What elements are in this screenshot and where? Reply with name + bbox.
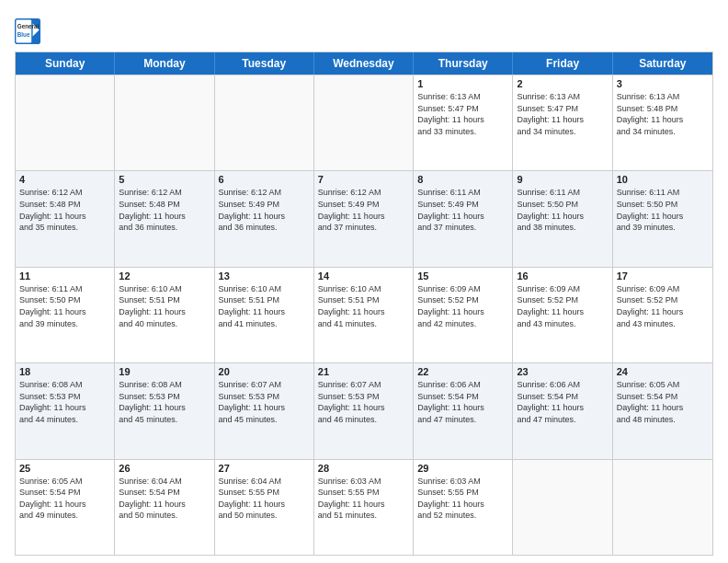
day-number: 6 <box>219 174 310 185</box>
day-info: Sunrise: 6:08 AMSunset: 5:53 PMDaylight:… <box>19 379 110 425</box>
day-info: Sunrise: 6:04 AMSunset: 5:55 PMDaylight:… <box>219 476 310 522</box>
calendar-header: SundayMondayTuesdayWednesdayThursdayFrid… <box>16 52 712 75</box>
day-info: Sunrise: 6:09 AMSunset: 5:52 PMDaylight:… <box>417 283 508 329</box>
day-number: 4 <box>19 174 110 185</box>
empty-cell <box>613 460 712 555</box>
day-info: Sunrise: 6:11 AMSunset: 5:49 PMDaylight:… <box>417 187 508 233</box>
day-number: 21 <box>318 366 409 377</box>
day-number: 26 <box>119 463 210 474</box>
logo: General Blue <box>15 18 44 44</box>
calendar-day: 2Sunrise: 6:13 AMSunset: 5:47 PMDaylight… <box>513 75 612 170</box>
day-info: Sunrise: 6:13 AMSunset: 5:48 PMDaylight:… <box>617 91 709 137</box>
day-info: Sunrise: 6:03 AMSunset: 5:55 PMDaylight:… <box>417 476 508 522</box>
calendar-day: 11Sunrise: 6:11 AMSunset: 5:50 PMDayligh… <box>16 268 115 362</box>
calendar-day: 23Sunrise: 6:06 AMSunset: 5:54 PMDayligh… <box>513 363 612 458</box>
header: General Blue <box>15 15 713 44</box>
day-info: Sunrise: 6:03 AMSunset: 5:55 PMDaylight:… <box>318 476 409 522</box>
day-number: 29 <box>417 463 508 474</box>
calendar-day: 26Sunrise: 6:04 AMSunset: 5:54 PMDayligh… <box>115 460 214 555</box>
day-number: 14 <box>318 270 409 282</box>
page: General Blue SundayMondayTuesdayWednesda… <box>0 0 728 563</box>
calendar-day: 17Sunrise: 6:09 AMSunset: 5:52 PMDayligh… <box>613 268 712 362</box>
calendar-day: 18Sunrise: 6:08 AMSunset: 5:53 PMDayligh… <box>16 363 115 458</box>
calendar-day: 21Sunrise: 6:07 AMSunset: 5:53 PMDayligh… <box>314 363 414 458</box>
calendar-day: 1Sunrise: 6:13 AMSunset: 5:47 PMDaylight… <box>414 75 513 170</box>
day-info: Sunrise: 6:06 AMSunset: 5:54 PMDaylight:… <box>417 379 508 425</box>
day-number: 5 <box>119 174 210 185</box>
day-header: Sunday <box>16 52 115 75</box>
empty-cell <box>314 75 414 170</box>
day-number: 20 <box>219 366 310 377</box>
day-number: 24 <box>617 366 709 377</box>
day-info: Sunrise: 6:07 AMSunset: 5:53 PMDaylight:… <box>219 379 310 425</box>
day-info: Sunrise: 6:06 AMSunset: 5:54 PMDaylight:… <box>517 379 608 425</box>
calendar-day: 27Sunrise: 6:04 AMSunset: 5:55 PMDayligh… <box>215 460 314 555</box>
calendar-day: 9Sunrise: 6:11 AMSunset: 5:50 PMDaylight… <box>513 171 612 266</box>
empty-cell <box>215 75 314 170</box>
day-number: 9 <box>517 174 608 185</box>
day-info: Sunrise: 6:10 AMSunset: 5:51 PMDaylight:… <box>119 283 210 329</box>
calendar-day: 13Sunrise: 6:10 AMSunset: 5:51 PMDayligh… <box>215 268 314 362</box>
calendar: SundayMondayTuesdayWednesdayThursdayFrid… <box>15 52 713 556</box>
calendar-day: 19Sunrise: 6:08 AMSunset: 5:53 PMDayligh… <box>115 363 214 458</box>
day-info: Sunrise: 6:13 AMSunset: 5:47 PMDaylight:… <box>417 91 508 137</box>
day-info: Sunrise: 6:09 AMSunset: 5:52 PMDaylight:… <box>517 283 608 329</box>
day-header: Saturday <box>613 52 712 75</box>
svg-text:Blue: Blue <box>17 31 30 38</box>
empty-cell <box>16 75 115 170</box>
day-number: 19 <box>119 366 210 377</box>
calendar-day: 5Sunrise: 6:12 AMSunset: 5:48 PMDaylight… <box>115 171 214 266</box>
calendar-body: 1Sunrise: 6:13 AMSunset: 5:47 PMDaylight… <box>16 75 712 555</box>
day-number: 28 <box>318 463 409 474</box>
day-info: Sunrise: 6:08 AMSunset: 5:53 PMDaylight:… <box>119 379 210 425</box>
day-number: 27 <box>219 463 310 474</box>
day-number: 13 <box>219 270 310 282</box>
empty-cell <box>513 460 612 555</box>
day-header: Tuesday <box>215 52 314 75</box>
day-number: 8 <box>417 174 508 185</box>
logo-icon: General Blue <box>15 18 40 44</box>
day-header: Thursday <box>414 52 513 75</box>
day-info: Sunrise: 6:05 AMSunset: 5:54 PMDaylight:… <box>19 476 110 522</box>
calendar-day: 15Sunrise: 6:09 AMSunset: 5:52 PMDayligh… <box>414 268 513 362</box>
day-info: Sunrise: 6:12 AMSunset: 5:48 PMDaylight:… <box>19 187 110 233</box>
day-info: Sunrise: 6:10 AMSunset: 5:51 PMDaylight:… <box>219 283 310 329</box>
calendar-day: 4Sunrise: 6:12 AMSunset: 5:48 PMDaylight… <box>16 171 115 266</box>
calendar-week: 4Sunrise: 6:12 AMSunset: 5:48 PMDaylight… <box>16 170 712 266</box>
day-info: Sunrise: 6:12 AMSunset: 5:48 PMDaylight:… <box>119 187 210 233</box>
calendar-day: 10Sunrise: 6:11 AMSunset: 5:50 PMDayligh… <box>613 171 712 266</box>
calendar-day: 22Sunrise: 6:06 AMSunset: 5:54 PMDayligh… <box>414 363 513 458</box>
calendar-day: 7Sunrise: 6:12 AMSunset: 5:49 PMDaylight… <box>314 171 414 266</box>
day-info: Sunrise: 6:11 AMSunset: 5:50 PMDaylight:… <box>19 283 110 329</box>
calendar-day: 29Sunrise: 6:03 AMSunset: 5:55 PMDayligh… <box>414 460 513 555</box>
day-number: 22 <box>417 366 508 377</box>
day-info: Sunrise: 6:07 AMSunset: 5:53 PMDaylight:… <box>318 379 409 425</box>
calendar-day: 16Sunrise: 6:09 AMSunset: 5:52 PMDayligh… <box>513 268 612 362</box>
calendar-day: 24Sunrise: 6:05 AMSunset: 5:54 PMDayligh… <box>613 363 712 458</box>
calendar-day: 28Sunrise: 6:03 AMSunset: 5:55 PMDayligh… <box>314 460 414 555</box>
calendar-day: 8Sunrise: 6:11 AMSunset: 5:49 PMDaylight… <box>414 171 513 266</box>
calendar-day: 20Sunrise: 6:07 AMSunset: 5:53 PMDayligh… <box>215 363 314 458</box>
day-number: 10 <box>617 174 709 185</box>
calendar-day: 14Sunrise: 6:10 AMSunset: 5:51 PMDayligh… <box>314 268 414 362</box>
day-info: Sunrise: 6:12 AMSunset: 5:49 PMDaylight:… <box>318 187 409 233</box>
day-number: 2 <box>517 78 608 89</box>
calendar-week: 18Sunrise: 6:08 AMSunset: 5:53 PMDayligh… <box>16 362 712 458</box>
day-info: Sunrise: 6:13 AMSunset: 5:47 PMDaylight:… <box>517 91 608 137</box>
calendar-day: 6Sunrise: 6:12 AMSunset: 5:49 PMDaylight… <box>215 171 314 266</box>
calendar-day: 12Sunrise: 6:10 AMSunset: 5:51 PMDayligh… <box>115 268 214 362</box>
day-header: Monday <box>115 52 214 75</box>
calendar-day: 25Sunrise: 6:05 AMSunset: 5:54 PMDayligh… <box>16 460 115 555</box>
day-number: 11 <box>19 270 110 282</box>
empty-cell <box>115 75 214 170</box>
day-number: 1 <box>417 78 508 89</box>
day-info: Sunrise: 6:12 AMSunset: 5:49 PMDaylight:… <box>219 187 310 233</box>
day-number: 18 <box>19 366 110 377</box>
calendar-week: 1Sunrise: 6:13 AMSunset: 5:47 PMDaylight… <box>16 75 712 170</box>
calendar-day: 3Sunrise: 6:13 AMSunset: 5:48 PMDaylight… <box>613 75 712 170</box>
svg-text:General: General <box>17 23 40 29</box>
day-number: 15 <box>417 270 508 282</box>
day-info: Sunrise: 6:11 AMSunset: 5:50 PMDaylight:… <box>617 187 709 233</box>
calendar-week: 25Sunrise: 6:05 AMSunset: 5:54 PMDayligh… <box>16 459 712 555</box>
day-number: 23 <box>517 366 608 377</box>
